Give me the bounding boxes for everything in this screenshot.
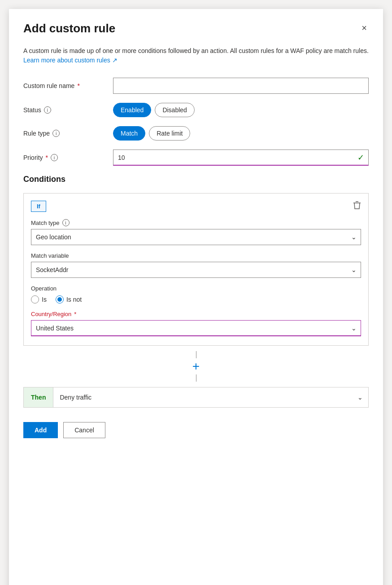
match-variable-label: Match variable: [31, 252, 361, 259]
status-disabled-button[interactable]: Disabled: [155, 103, 194, 117]
then-action-select[interactable]: Deny traffic Allow traffic Log: [53, 387, 368, 407]
country-region-select[interactable]: United States Canada China Russia: [31, 320, 361, 336]
add-condition-button[interactable]: +: [191, 358, 201, 374]
custom-rule-name-row: Custom rule name *: [23, 78, 369, 94]
dialog-title: Add custom rule: [23, 22, 115, 35]
condition-card: If Match type i Geo location IP address …: [23, 193, 369, 346]
status-row: Status i Enabled Disabled: [23, 103, 369, 117]
priority-label: Priority * i: [23, 154, 113, 161]
country-region-select-wrap: United States Canada China Russia ⌄: [31, 320, 361, 336]
match-type-label: Match type i: [31, 219, 361, 226]
required-star: *: [77, 82, 79, 89]
operation-label: Operation: [31, 285, 361, 292]
priority-input[interactable]: [113, 150, 369, 166]
status-label: Status i: [23, 106, 113, 114]
rule-type-toggle-group: Match Rate limit: [113, 126, 369, 141]
priority-required-star: *: [46, 154, 48, 161]
operation-is-not-circle: [56, 295, 64, 303]
radio-group: Is Is not: [31, 295, 361, 303]
cancel-button[interactable]: Cancel: [63, 422, 105, 438]
conditions-section-title: Conditions: [23, 175, 369, 184]
then-row: Then Deny traffic Allow traffic Log ⌄: [23, 387, 369, 408]
add-condition-section: +: [23, 346, 369, 387]
match-variable-select-wrap: SocketAddr RemoteAddr ⌄: [31, 262, 361, 278]
country-region-star: *: [74, 311, 76, 317]
priority-control: ✓: [113, 150, 369, 166]
description-text: A custom rule is made up of one or more …: [23, 46, 369, 65]
custom-rule-name-input[interactable]: [113, 78, 369, 94]
delete-condition-button[interactable]: [353, 201, 361, 212]
then-badge: Then: [24, 387, 53, 407]
status-info-icon[interactable]: i: [44, 106, 51, 114]
bottom-section: Add Cancel: [23, 422, 369, 438]
rule-type-row: Rule type i Match Rate limit: [23, 126, 369, 141]
operation-is-not-radio[interactable]: Is not: [56, 295, 82, 303]
operation-is-circle: [31, 295, 39, 303]
country-region-label: Country/Region *: [31, 311, 361, 317]
external-link-icon: ↗: [112, 57, 118, 64]
connector-line-top: [196, 351, 196, 358]
priority-checkmark-icon: ✓: [357, 153, 364, 163]
match-variable-select[interactable]: SocketAddr RemoteAddr: [31, 262, 361, 278]
description-content: A custom rule is made up of one or more …: [23, 47, 369, 54]
dialog-header: Add custom rule ×: [23, 22, 369, 35]
status-toggle-group: Enabled Disabled: [113, 103, 369, 117]
connector-line-bottom: [196, 374, 196, 382]
condition-header: If: [31, 201, 361, 212]
match-type-info-icon[interactable]: i: [62, 219, 70, 226]
if-badge: If: [31, 201, 46, 212]
rule-type-info-icon[interactable]: i: [52, 130, 60, 137]
priority-info-icon[interactable]: i: [51, 154, 58, 161]
match-type-select-wrap: Geo location IP address Request header R…: [31, 229, 361, 245]
priority-row: Priority * i ✓: [23, 150, 369, 166]
add-button[interactable]: Add: [23, 422, 58, 438]
rule-type-match-button[interactable]: Match: [113, 126, 145, 141]
close-button[interactable]: ×: [360, 22, 369, 34]
rule-type-rate-limit-button[interactable]: Rate limit: [149, 126, 190, 141]
custom-rule-name-label: Custom rule name *: [23, 82, 113, 89]
then-select-wrap: Deny traffic Allow traffic Log ⌄: [53, 387, 368, 407]
priority-input-wrap: ✓: [113, 150, 369, 166]
country-region-required-label: Country/Region: [31, 311, 71, 317]
learn-more-link[interactable]: Learn more about custom rules ↗: [23, 57, 118, 64]
add-custom-rule-dialog: Add custom rule × A custom rule is made …: [9, 9, 383, 585]
custom-rule-name-control: [113, 78, 369, 94]
status-enabled-button[interactable]: Enabled: [113, 103, 151, 117]
operation-group: Operation Is Is not: [31, 285, 361, 303]
rule-type-label: Rule type i: [23, 130, 113, 137]
operation-is-radio[interactable]: Is: [31, 295, 47, 303]
match-type-select[interactable]: Geo location IP address Request header R…: [31, 229, 361, 245]
